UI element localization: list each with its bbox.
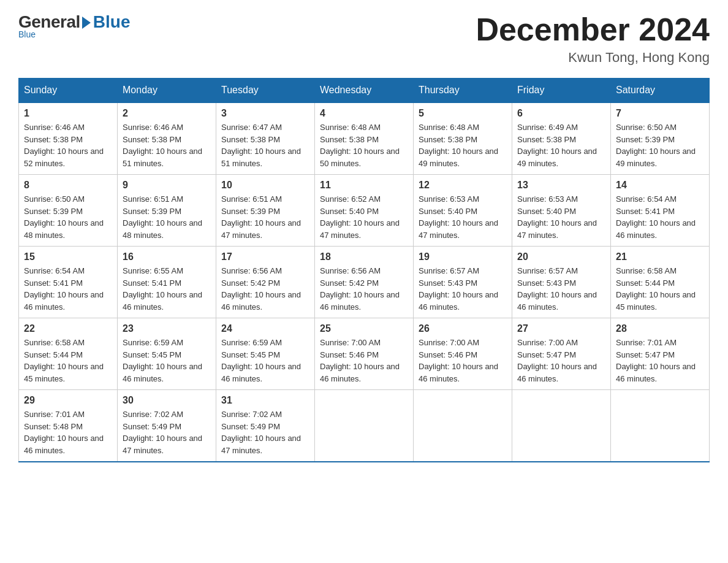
day-number: 10	[221, 180, 309, 191]
day-number: 26	[419, 323, 507, 334]
week-row-5: 29 Sunrise: 7:01 AMSunset: 5:48 PMDaylig…	[19, 390, 710, 462]
month-year-title: December 2024	[476, 12, 710, 47]
day-cell: 29 Sunrise: 7:01 AMSunset: 5:48 PMDaylig…	[19, 390, 118, 462]
week-row-4: 22 Sunrise: 6:58 AMSunset: 5:44 PMDaylig…	[19, 318, 710, 390]
day-cell	[414, 390, 512, 462]
day-info: Sunrise: 6:53 AMSunset: 5:40 PMDaylight:…	[517, 194, 597, 240]
day-info: Sunrise: 6:46 AMSunset: 5:38 PMDaylight:…	[24, 123, 104, 168]
day-info: Sunrise: 6:48 AMSunset: 5:38 PMDaylight:…	[419, 123, 498, 168]
header-cell-tuesday: Tuesday	[216, 79, 315, 103]
day-cell: 24 Sunrise: 6:59 AMSunset: 5:45 PMDaylig…	[216, 318, 315, 390]
day-info: Sunrise: 6:52 AMSunset: 5:40 PMDaylight:…	[320, 194, 400, 240]
day-cell: 9 Sunrise: 6:51 AMSunset: 5:39 PMDayligh…	[118, 175, 216, 247]
day-number: 5	[419, 108, 507, 119]
day-number: 3	[221, 108, 309, 119]
day-number: 18	[320, 251, 408, 262]
day-cell: 11 Sunrise: 6:52 AMSunset: 5:40 PMDaylig…	[315, 175, 414, 247]
header-row: SundayMondayTuesdayWednesdayThursdayFrid…	[19, 79, 710, 103]
day-cell: 7 Sunrise: 6:50 AMSunset: 5:39 PMDayligh…	[611, 102, 710, 175]
day-number: 19	[419, 251, 507, 262]
day-cell: 14 Sunrise: 6:54 AMSunset: 5:41 PMDaylig…	[611, 175, 710, 247]
week-row-3: 15 Sunrise: 6:54 AMSunset: 5:41 PMDaylig…	[19, 247, 710, 318]
day-info: Sunrise: 7:02 AMSunset: 5:49 PMDaylight:…	[221, 410, 301, 455]
day-number: 22	[24, 323, 112, 334]
day-number: 2	[123, 108, 211, 119]
calendar-table: SundayMondayTuesdayWednesdayThursdayFrid…	[18, 78, 710, 462]
day-cell: 21 Sunrise: 6:58 AMSunset: 5:44 PMDaylig…	[611, 247, 710, 318]
day-info: Sunrise: 7:00 AMSunset: 5:46 PMDaylight:…	[320, 338, 400, 383]
day-cell: 20 Sunrise: 6:57 AMSunset: 5:43 PMDaylig…	[512, 247, 611, 318]
location-subtitle: Kwun Tong, Hong Kong	[476, 50, 710, 66]
day-number: 27	[517, 323, 605, 334]
day-cell: 8 Sunrise: 6:50 AMSunset: 5:39 PMDayligh…	[19, 175, 118, 247]
day-number: 14	[616, 180, 704, 191]
day-cell	[315, 390, 414, 462]
day-info: Sunrise: 6:57 AMSunset: 5:43 PMDaylight:…	[419, 266, 498, 312]
day-cell: 30 Sunrise: 7:02 AMSunset: 5:49 PMDaylig…	[118, 390, 216, 462]
day-info: Sunrise: 6:47 AMSunset: 5:38 PMDaylight:…	[221, 123, 301, 168]
day-number: 11	[320, 180, 408, 191]
day-info: Sunrise: 6:57 AMSunset: 5:43 PMDaylight:…	[517, 266, 597, 312]
day-info: Sunrise: 6:56 AMSunset: 5:42 PMDaylight:…	[320, 266, 400, 312]
day-info: Sunrise: 6:59 AMSunset: 5:45 PMDaylight:…	[123, 338, 202, 383]
day-cell: 1 Sunrise: 6:46 AMSunset: 5:38 PMDayligh…	[19, 102, 118, 175]
day-info: Sunrise: 6:55 AMSunset: 5:41 PMDaylight:…	[123, 266, 202, 312]
day-info: Sunrise: 6:51 AMSunset: 5:39 PMDaylight:…	[123, 194, 202, 240]
logo-arrow-icon	[82, 17, 91, 29]
page-header: General Blue Blue December 2024 Kwun Ton…	[18, 12, 710, 66]
logo-blue-text: Blue	[93, 12, 131, 32]
day-info: Sunrise: 6:59 AMSunset: 5:45 PMDaylight:…	[221, 338, 301, 383]
day-info: Sunrise: 6:51 AMSunset: 5:39 PMDaylight:…	[221, 194, 301, 240]
logo: General Blue Blue	[18, 12, 130, 39]
day-number: 31	[221, 395, 309, 406]
day-number: 23	[123, 323, 211, 334]
day-cell: 12 Sunrise: 6:53 AMSunset: 5:40 PMDaylig…	[414, 175, 512, 247]
header-cell-friday: Friday	[512, 79, 611, 103]
day-cell: 26 Sunrise: 7:00 AMSunset: 5:46 PMDaylig…	[414, 318, 512, 390]
header-cell-monday: Monday	[118, 79, 216, 103]
week-row-2: 8 Sunrise: 6:50 AMSunset: 5:39 PMDayligh…	[19, 175, 710, 247]
day-info: Sunrise: 7:00 AMSunset: 5:46 PMDaylight:…	[419, 338, 498, 383]
day-number: 16	[123, 251, 211, 262]
week-row-1: 1 Sunrise: 6:46 AMSunset: 5:38 PMDayligh…	[19, 102, 710, 175]
day-number: 13	[517, 180, 605, 191]
day-cell: 23 Sunrise: 6:59 AMSunset: 5:45 PMDaylig…	[118, 318, 216, 390]
day-cell: 22 Sunrise: 6:58 AMSunset: 5:44 PMDaylig…	[19, 318, 118, 390]
day-cell: 4 Sunrise: 6:48 AMSunset: 5:38 PMDayligh…	[315, 102, 414, 175]
day-number: 17	[221, 251, 309, 262]
day-info: Sunrise: 6:48 AMSunset: 5:38 PMDaylight:…	[320, 123, 400, 168]
day-cell: 6 Sunrise: 6:49 AMSunset: 5:38 PMDayligh…	[512, 102, 611, 175]
day-info: Sunrise: 7:02 AMSunset: 5:49 PMDaylight:…	[123, 410, 202, 455]
day-number: 4	[320, 108, 408, 119]
day-info: Sunrise: 7:00 AMSunset: 5:47 PMDaylight:…	[517, 338, 597, 383]
day-info: Sunrise: 6:54 AMSunset: 5:41 PMDaylight:…	[616, 194, 696, 240]
day-info: Sunrise: 6:58 AMSunset: 5:44 PMDaylight:…	[24, 338, 104, 383]
day-cell: 19 Sunrise: 6:57 AMSunset: 5:43 PMDaylig…	[414, 247, 512, 318]
day-cell: 28 Sunrise: 7:01 AMSunset: 5:47 PMDaylig…	[611, 318, 710, 390]
day-cell: 15 Sunrise: 6:54 AMSunset: 5:41 PMDaylig…	[19, 247, 118, 318]
title-section: December 2024 Kwun Tong, Hong Kong	[476, 12, 710, 66]
day-number: 9	[123, 180, 211, 191]
header-cell-wednesday: Wednesday	[315, 79, 414, 103]
day-cell: 18 Sunrise: 6:56 AMSunset: 5:42 PMDaylig…	[315, 247, 414, 318]
day-number: 15	[24, 251, 112, 262]
day-cell: 16 Sunrise: 6:55 AMSunset: 5:41 PMDaylig…	[118, 247, 216, 318]
day-number: 24	[221, 323, 309, 334]
day-cell: 10 Sunrise: 6:51 AMSunset: 5:39 PMDaylig…	[216, 175, 315, 247]
day-cell	[512, 390, 611, 462]
day-number: 12	[419, 180, 507, 191]
day-info: Sunrise: 6:50 AMSunset: 5:39 PMDaylight:…	[24, 194, 104, 240]
day-cell: 31 Sunrise: 7:02 AMSunset: 5:49 PMDaylig…	[216, 390, 315, 462]
day-number: 7	[616, 108, 704, 119]
day-cell	[611, 390, 710, 462]
day-cell: 25 Sunrise: 7:00 AMSunset: 5:46 PMDaylig…	[315, 318, 414, 390]
day-cell: 2 Sunrise: 6:46 AMSunset: 5:38 PMDayligh…	[118, 102, 216, 175]
day-cell: 5 Sunrise: 6:48 AMSunset: 5:38 PMDayligh…	[414, 102, 512, 175]
day-number: 6	[517, 108, 605, 119]
header-cell-saturday: Saturday	[611, 79, 710, 103]
day-cell: 17 Sunrise: 6:56 AMSunset: 5:42 PMDaylig…	[216, 247, 315, 318]
day-number: 21	[616, 251, 704, 262]
day-cell: 27 Sunrise: 7:00 AMSunset: 5:47 PMDaylig…	[512, 318, 611, 390]
day-info: Sunrise: 7:01 AMSunset: 5:47 PMDaylight:…	[616, 338, 696, 383]
day-info: Sunrise: 6:49 AMSunset: 5:38 PMDaylight:…	[517, 123, 597, 168]
